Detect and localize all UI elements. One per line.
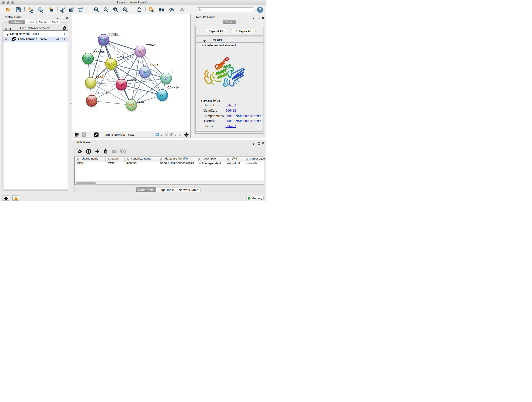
svg-text:CDKN1A: CDKN1A — [167, 86, 179, 89]
svg-text:CCNA2: CCNA2 — [127, 78, 137, 81]
svg-text:CDC25B: CDC25B — [94, 51, 105, 54]
svg-text:RB1: RB1 — [172, 70, 178, 74]
svg-text:CCNA1: CCNA1 — [146, 44, 156, 47]
svg-text:CDK1: CDK1 — [117, 55, 124, 58]
svg-text:CCNE1: CCNE1 — [137, 100, 147, 104]
svg-text:CCNB2: CCNB2 — [109, 33, 119, 36]
svg-text:HIST1H1A: HIST1H1A — [97, 91, 110, 95]
svg-text:CCNB1: CCNB1 — [96, 75, 106, 79]
svg-text:CDC6: CDC6 — [150, 63, 158, 66]
